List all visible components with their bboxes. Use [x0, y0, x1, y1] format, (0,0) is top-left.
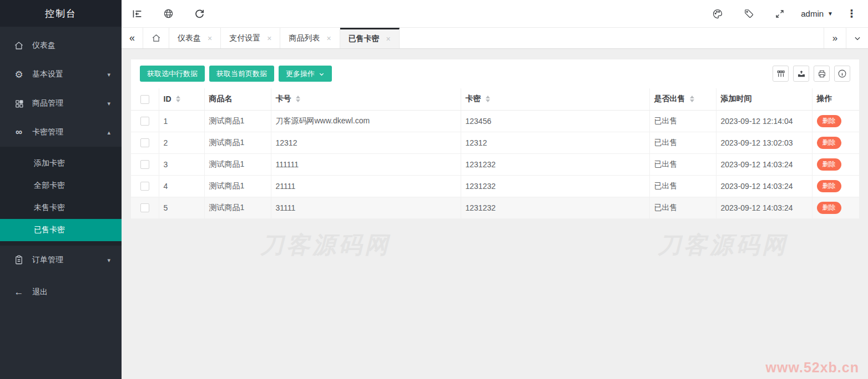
subitem-label: 未售卡密	[34, 203, 65, 213]
sort-icon	[176, 96, 180, 102]
row-checkbox-cell	[131, 175, 159, 197]
delete-button[interactable]: 删除	[817, 158, 841, 171]
cell-id: 2	[159, 132, 204, 153]
row-checkbox[interactable]	[140, 182, 149, 191]
tabs-scroll-right-button[interactable]: »	[824, 28, 846, 48]
row-checkbox[interactable]	[140, 203, 149, 212]
close-icon[interactable]: ×	[267, 34, 271, 43]
column-label: 卡密	[466, 94, 481, 104]
column-label: 操作	[817, 94, 832, 103]
column-label: 商品名	[209, 94, 233, 103]
column-header-sold[interactable]: 是否出售	[649, 88, 716, 110]
column-header-card-secret[interactable]: 卡密	[461, 88, 649, 110]
sidebar-subitem-unsold-cards[interactable]: 未售卡密	[0, 197, 122, 219]
cell-id: 5	[159, 197, 204, 218]
cell-id: 4	[159, 175, 204, 197]
get-selected-rows-button[interactable]: 获取选中行数据	[140, 66, 205, 82]
table-row[interactable]: 5 测试商品1 31111 1231232 已出售 2023-09-12 14:…	[131, 197, 859, 218]
delete-button[interactable]: 删除	[817, 115, 841, 127]
get-current-page-button[interactable]: 获取当前页数据	[209, 66, 274, 82]
info-button[interactable]	[834, 66, 850, 82]
sidebar-item-label: 订单管理	[32, 255, 63, 265]
tab-sold-cards[interactable]: 已售卡密 ×	[340, 28, 400, 48]
tag-button[interactable]	[733, 0, 764, 28]
delete-button[interactable]: 删除	[817, 202, 841, 214]
cell-time: 2023-09-12 12:14:04	[716, 110, 812, 132]
chevrons-right-icon: »	[832, 33, 837, 44]
tag-icon	[744, 8, 754, 19]
delete-button[interactable]: 删除	[817, 180, 841, 192]
row-checkbox-cell	[131, 153, 159, 175]
sidebar-item-dashboard[interactable]: 仪表盘	[0, 31, 122, 60]
sidebar-item-product-management[interactable]: 商品管理 ▾	[0, 89, 122, 118]
cell-sold: 已出售	[649, 153, 716, 175]
tab-product-list[interactable]: 商品列表 ×	[280, 28, 340, 48]
cell-action: 删除	[812, 132, 859, 153]
chevron-down-icon	[319, 71, 325, 77]
sidebar-collapse-button[interactable]	[122, 0, 153, 28]
more-actions-button[interactable]: 更多操作	[279, 66, 332, 82]
chevron-down-icon	[854, 34, 861, 42]
top-navbar: admin ▼ ⋮	[122, 0, 868, 28]
fullscreen-icon	[775, 9, 785, 19]
delete-button[interactable]: 删除	[817, 137, 841, 149]
refresh-icon	[194, 8, 205, 19]
sidebar-subitem-sold-cards[interactable]: 已售卡密	[0, 219, 122, 241]
table-row[interactable]: 4 测试商品1 21111 1231232 已出售 2023-09-12 14:…	[131, 175, 859, 197]
chevrons-left-icon: «	[129, 32, 135, 44]
cell-card-secret: 12312	[461, 132, 649, 153]
close-icon[interactable]: ×	[326, 34, 331, 43]
tab-dashboard[interactable]: 仪表盘 ×	[169, 28, 221, 48]
sidebar-item-card-management[interactable]: ∞ 卡密管理 ▴	[0, 118, 122, 147]
sidebar-item-logout[interactable]: ← 退出	[0, 278, 122, 307]
username: admin	[801, 9, 824, 18]
select-all-checkbox[interactable]	[140, 95, 149, 104]
column-header-id[interactable]: ID	[159, 88, 204, 110]
close-icon[interactable]: ×	[208, 34, 212, 43]
row-checkbox[interactable]	[140, 160, 149, 169]
subitem-label: 已售卡密	[34, 225, 65, 235]
fullscreen-button[interactable]	[764, 0, 795, 28]
tabs-scroll-left-button[interactable]: «	[122, 28, 143, 48]
close-icon[interactable]: ×	[386, 34, 391, 43]
row-checkbox[interactable]	[140, 138, 149, 147]
cell-time: 2023-09-12 14:03:24	[716, 175, 812, 197]
sidebar-item-basic-settings[interactable]: ⚙ 基本设置 ▾	[0, 60, 122, 89]
user-caret-icon: ▼	[827, 11, 833, 17]
tab-label: 支付设置	[229, 33, 260, 43]
print-button[interactable]	[814, 66, 830, 82]
table-row[interactable]: 1 测试商品1 刀客源码网www.dkewl.com 123456 已出售 20…	[131, 110, 859, 132]
export-button[interactable]	[793, 66, 809, 82]
gear-icon: ⚙	[13, 69, 24, 80]
sidebar-subitem-all-cards[interactable]: 全部卡密	[0, 174, 122, 197]
card-management-submenu: 添加卡密 全部卡密 未售卡密 已售卡密	[0, 147, 122, 246]
tab-label: 商品列表	[289, 33, 320, 43]
language-button[interactable]	[153, 0, 184, 28]
tab-home[interactable]	[143, 28, 169, 48]
sidebar-item-label: 退出	[32, 287, 48, 297]
column-label: 卡号	[276, 94, 291, 104]
cell-card-no: 21111	[271, 175, 461, 197]
table-row[interactable]: 2 测试商品1 12312 12312 已出售 2023-09-12 13:02…	[131, 132, 859, 153]
sidebar-subitem-add-card[interactable]: 添加卡密	[0, 152, 122, 174]
cell-sold: 已出售	[649, 197, 716, 218]
refresh-button[interactable]	[184, 0, 215, 28]
sidebar-item-label: 基本设置	[32, 69, 63, 79]
caret-down-icon: ▾	[107, 100, 110, 107]
columns-toggle-button[interactable]	[773, 66, 789, 82]
column-label: ID	[164, 94, 171, 103]
more-menu-button[interactable]: ⋮	[839, 7, 868, 20]
sort-icon	[296, 96, 300, 102]
table-row[interactable]: 3 测试商品1 111111 1231232 已出售 2023-09-12 14…	[131, 153, 859, 175]
column-header-card-no[interactable]: 卡号	[271, 88, 461, 110]
tab-payment-settings[interactable]: 支付设置 ×	[221, 28, 280, 48]
user-menu[interactable]: admin ▼	[795, 9, 839, 18]
tabs-dropdown-button[interactable]	[846, 28, 868, 48]
table-header-row: ID 商品名 卡号 卡密	[131, 88, 859, 110]
cell-sold: 已出售	[649, 132, 716, 153]
row-checkbox[interactable]	[140, 117, 149, 126]
theme-button[interactable]	[702, 0, 733, 28]
cell-card-no: 刀客源码网www.dkewl.com	[271, 110, 461, 132]
sidebar-item-order-management[interactable]: 订单管理 ▾	[0, 246, 122, 275]
cell-sold: 已出售	[649, 175, 716, 197]
